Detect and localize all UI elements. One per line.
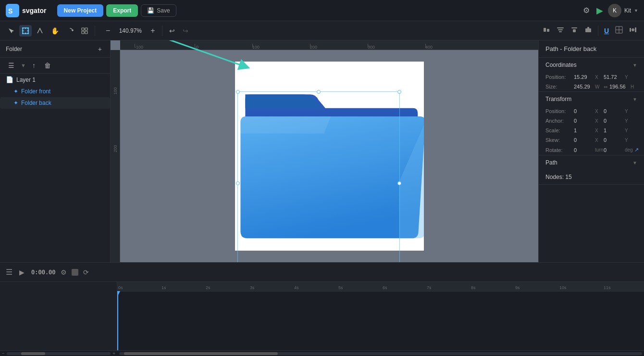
coordinates-section-header[interactable]: Coordinates ▼ <box>539 58 644 72</box>
grid-tool[interactable] <box>613 24 625 37</box>
underline-tool[interactable]: U <box>602 25 611 37</box>
svg-rect-6 <box>27 30 29 31</box>
new-project-button[interactable]: New Project <box>57 4 104 17</box>
rotate-turn: 0 <box>574 147 593 153</box>
project-name: Folder <box>6 46 96 52</box>
path-section-header[interactable]: Path ▼ <box>539 155 644 170</box>
right-scrollbar-track[interactable] <box>119 352 642 355</box>
rotate-deg-axis: deg <box>625 147 632 153</box>
skew-x-axis: X <box>595 138 602 143</box>
move-up-button[interactable]: ↑ <box>30 61 38 70</box>
scroll-plus-icon[interactable]: + <box>112 351 115 356</box>
svg-rect-4 <box>25 27 26 29</box>
canvas-area[interactable]: -100 -0 100 200 300 400 100 200 <box>111 40 538 262</box>
transform-label: Transform <box>545 96 571 102</box>
link-icon: ⇔ <box>604 84 607 89</box>
scale-y-axis: Y <box>625 128 632 133</box>
align-tool-3[interactable] <box>568 24 581 37</box>
anchor-x-axis: X <box>595 118 602 124</box>
user-menu[interactable]: K Kit ▼ <box>608 4 638 17</box>
transform-section: Transform ▼ Position: 0 X 0 Y Anchor: 0 … <box>539 92 644 155</box>
timeline-ruler-tracks: 0s 1s 2s 3s 4s 5s 6s 7s 8s 9s 10s 11s <box>117 282 644 350</box>
t-position-y-axis: Y <box>625 109 632 114</box>
left-scrollbar-thumb[interactable] <box>21 352 45 355</box>
right-panel-title: Path - Folder back <box>539 40 644 58</box>
scale-x-axis: X <box>595 128 602 133</box>
anchor-x: 0 <box>574 118 593 124</box>
size-row: Size: 245.29 W ⇔ 196.56 H <box>539 82 644 91</box>
layers-menu-button[interactable]: ☰ <box>6 61 17 70</box>
layer1-label: Layer 1 <box>16 76 36 83</box>
left-scrollbar-track[interactable] <box>7 352 111 355</box>
redo-button[interactable]: ↪ <box>180 25 191 37</box>
scroll-minus-icon[interactable]: − <box>2 351 5 356</box>
settings-icon[interactable]: ⚙ <box>581 4 592 17</box>
ruler-mark-100: 100 <box>252 45 260 50</box>
save-button[interactable]: 💾 Save <box>141 4 176 17</box>
align-tool-2[interactable] <box>554 24 567 37</box>
toolbar: ✋ − 140.97% + ↩ ↪ U <box>0 21 644 40</box>
scale-y: 1 <box>604 127 623 133</box>
zoom-out-button[interactable]: − <box>103 24 113 38</box>
layer-item-layer1[interactable]: 📄 Layer 1 <box>0 74 110 86</box>
transform-tool-button[interactable] <box>19 25 32 37</box>
svg-rect-12 <box>85 28 87 30</box>
t-position-x: 0 <box>574 108 593 114</box>
layer-item-folder-front[interactable]: ✦ Folder front <box>0 86 110 97</box>
timeline-menu-button[interactable]: ☰ <box>6 267 12 277</box>
timeline-loop-button[interactable]: ⟳ <box>83 268 89 276</box>
ruler-mark-300: 300 <box>368 45 375 50</box>
svg-rect-11 <box>82 28 84 30</box>
path-section: Path ▼ Nodes: 15 <box>539 155 644 185</box>
svg-rect-16 <box>547 29 549 32</box>
timeline-mark-3s: 3s <box>250 285 294 290</box>
playhead[interactable] <box>117 292 118 350</box>
rotate-label: Rotate: <box>545 147 572 153</box>
fit-view-button[interactable] <box>78 25 91 37</box>
timeline-stop-button[interactable] <box>72 269 78 276</box>
coordinates-label: Coordinates <box>545 62 577 68</box>
distribute-tool[interactable] <box>627 24 639 37</box>
rotate-view-button[interactable] <box>64 25 76 37</box>
undo-button[interactable]: ↩ <box>166 25 178 37</box>
left-panel: Folder + ☰ ▼ ↑ 🗑 📄 Layer 1 ✦ Folder fron… <box>0 40 111 262</box>
timeline-play-button[interactable]: ▶ <box>17 267 26 278</box>
position-x-value: 15.29 <box>574 74 593 80</box>
left-scrollbar-area: − + <box>0 351 117 356</box>
layer-item-folder-back[interactable]: ✦ Folder back <box>0 97 110 109</box>
zoom-value: 140.97% <box>116 27 145 34</box>
size-label: Size: <box>545 84 572 89</box>
timeline-mark-0s: 0s <box>117 285 161 290</box>
svg-rect-10 <box>22 30 24 31</box>
canvas-white[interactable] <box>235 62 424 251</box>
size-w-value: 245.29 <box>574 84 593 89</box>
delete-layer-button[interactable]: 🗑 <box>42 61 53 70</box>
canvas-content[interactable] <box>120 50 538 262</box>
timeline-settings-button[interactable]: ⚙ <box>61 268 67 276</box>
size-w-axis: W <box>595 84 602 89</box>
add-layer-button[interactable]: + <box>96 44 104 54</box>
topbar: S svgator New Project Export 💾 Save ⚙ ▶ … <box>0 0 644 21</box>
hand-tool-button[interactable]: ✋ <box>48 25 62 37</box>
timeline-mark-6s: 6s <box>383 285 427 290</box>
timeline-scrollbar-row: − + <box>0 350 644 356</box>
node-tool-button[interactable] <box>34 25 46 37</box>
timeline-controls: ☰ ▶ 0:00.00 ⚙ ⟳ <box>0 263 644 282</box>
t-position-label: Position: <box>545 108 572 114</box>
coordinates-chevron-icon: ▼ <box>632 63 637 68</box>
svg-text:S: S <box>8 7 12 15</box>
export-button[interactable]: Export <box>106 4 138 17</box>
select-tool-button[interactable] <box>5 25 17 37</box>
zoom-in-button[interactable]: + <box>148 24 158 38</box>
ruler-left-mark-200: 200 <box>113 145 118 152</box>
right-scrollbar-thumb[interactable] <box>124 352 278 355</box>
ruler-top: -100 -0 100 200 300 400 <box>120 40 538 50</box>
align-tool-1[interactable] <box>540 24 553 37</box>
nodes-row: Nodes: 15 <box>539 170 644 184</box>
scale-row: Scale: 1 X 1 Y <box>539 126 644 135</box>
svg-rect-3 <box>22 27 24 29</box>
avatar: K <box>608 4 621 17</box>
transform-section-header[interactable]: Transform ▼ <box>539 92 644 106</box>
play-icon[interactable]: ▶ <box>596 5 603 16</box>
align-tool-4[interactable] <box>582 24 594 37</box>
